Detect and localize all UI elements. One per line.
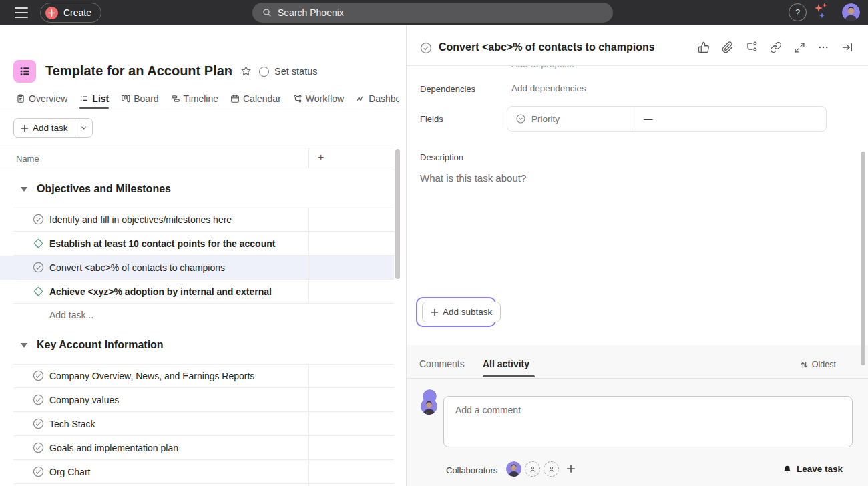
tab-comments[interactable]: Comments [419,358,465,369]
plus-icon [21,124,29,132]
milestone-diamond-icon[interactable] [33,286,44,297]
dependencies-label: Dependencies [420,84,475,94]
description-label: Description [420,152,463,162]
task-row[interactable]: Company values [0,388,394,412]
check-circle-icon[interactable] [33,214,44,225]
check-circle-icon[interactable] [33,370,44,381]
expand-icon[interactable] [794,42,805,53]
add-collaborator-placeholder[interactable] [525,461,540,477]
check-circle-icon[interactable] [33,418,44,429]
add-task-dropdown[interactable] [75,119,92,137]
calendar-icon [230,94,240,103]
search-input[interactable]: Search Phoenix [252,3,613,23]
priority-value[interactable]: — [634,114,826,124]
milestone-diamond-icon[interactable] [33,238,44,249]
add-task-inline[interactable]: Add task... [49,310,93,320]
tab-overview[interactable]: Overview [16,87,67,109]
fields-label: Fields [420,114,443,124]
sort-control[interactable]: Oldest [800,360,836,369]
chevron-down-icon [80,124,87,132]
chevron-down-icon[interactable] [226,67,234,76]
check-circle-icon[interactable] [420,42,432,54]
task-row[interactable]: Goals and implementation plan [0,436,394,460]
task-row-selected[interactable]: Convert <abc>% of contacts to champions [0,256,394,280]
like-icon[interactable] [698,41,710,53]
priority-dropdown-icon [515,113,526,124]
add-collaborator-button[interactable] [566,464,576,473]
timeline-icon [171,94,180,103]
leave-task-button[interactable]: Leave task [783,464,843,474]
task-row[interactable]: Tech Stack [0,412,394,436]
fields-table: Priority — [507,106,827,132]
set-status-button[interactable]: Set status [274,66,317,77]
task-row[interactable]: Establish at least 10 contact points for… [0,232,394,256]
comment-avatar [421,398,437,415]
check-circle-icon[interactable] [33,466,44,477]
tab-board[interactable]: Board [121,87,158,109]
sort-arrows-icon [800,360,809,369]
overview-icon [16,94,25,103]
plus-icon [431,308,439,316]
tab-workflow[interactable]: Workflow [293,87,344,109]
person-icon [529,465,537,473]
table-header: Name + [0,148,394,168]
plus-icon [566,464,576,473]
vertical-scrollbar[interactable] [395,149,400,279]
tab-all-activity[interactable]: All activity [483,358,529,369]
collapse-triangle-icon[interactable] [21,187,27,192]
search-placeholder: Search Phoenix [278,7,344,18]
column-header-name: Name [16,154,39,164]
project-panel: Template for an Account Plan Set status … [0,25,406,486]
project-icon [13,60,36,83]
subtask-icon[interactable] [746,41,758,53]
description-input[interactable]: What is this task about? [420,172,526,184]
help-button[interactable]: ? [789,3,807,21]
star-icon[interactable] [240,65,252,77]
person-icon [548,465,556,473]
board-icon [121,94,130,103]
more-options-icon[interactable] [817,41,829,53]
view-tabbar: Overview List Board Timeline Calendar [0,87,406,109]
create-button[interactable]: Create [40,3,101,23]
task-row[interactable]: Identify and fill in objectives/mileston… [0,208,394,232]
section-header[interactable]: Objectives and Milestones [0,179,394,202]
collapse-triangle-icon[interactable] [21,343,27,348]
page-title: Template for an Account Plan [45,63,232,79]
task-row[interactable]: Achieve <xyz>% adoption by internal and … [0,280,394,304]
close-panel-icon[interactable] [841,41,853,53]
priority-field[interactable]: Priority [507,107,634,131]
add-subtask-button[interactable]: Add subtask [422,302,501,322]
create-button-label: Create [63,7,91,18]
hamburger-menu-icon[interactable] [15,7,28,18]
status-circle-icon[interactable] [259,67,269,77]
plus-circle-icon [45,7,58,19]
check-circle-icon[interactable] [33,262,44,273]
add-column-button[interactable]: + [318,152,324,164]
task-row[interactable]: Company Overview, News, and Earnings Rep… [0,364,394,388]
link-icon[interactable] [770,41,782,53]
collaborators-row: Collaborators Leave task [407,457,868,484]
check-circle-icon[interactable] [33,394,44,405]
collaborator-avatar[interactable] [506,461,521,477]
topbar: Create Search Phoenix ? [0,0,868,25]
tab-timeline[interactable]: Timeline [171,87,218,109]
comment-input[interactable]: Add a comment [443,396,853,447]
user-avatar[interactable] [842,3,860,21]
ai-sparkles-icon[interactable] [814,2,831,21]
search-icon [262,7,272,18]
workflow-icon [293,94,302,103]
add-task-button[interactable]: Add task [13,118,93,138]
dashboard-icon [356,94,365,103]
tab-list[interactable]: List [79,87,109,109]
tab-dashboard[interactable]: Dashboard [356,87,399,109]
vertical-scrollbar[interactable] [861,152,865,365]
question-icon: ? [795,7,800,17]
comments-section: Comments All activity Oldest Add a comme… [407,345,868,486]
add-collaborator-placeholder[interactable] [544,461,559,477]
section-header[interactable]: Key Account Information [0,335,394,358]
task-row[interactable]: Org Chart [0,460,394,484]
attachment-icon[interactable] [722,41,734,53]
add-dependencies-button[interactable]: Add dependencies [511,83,586,93]
check-circle-icon[interactable] [33,442,44,453]
tab-calendar[interactable]: Calendar [230,87,281,109]
